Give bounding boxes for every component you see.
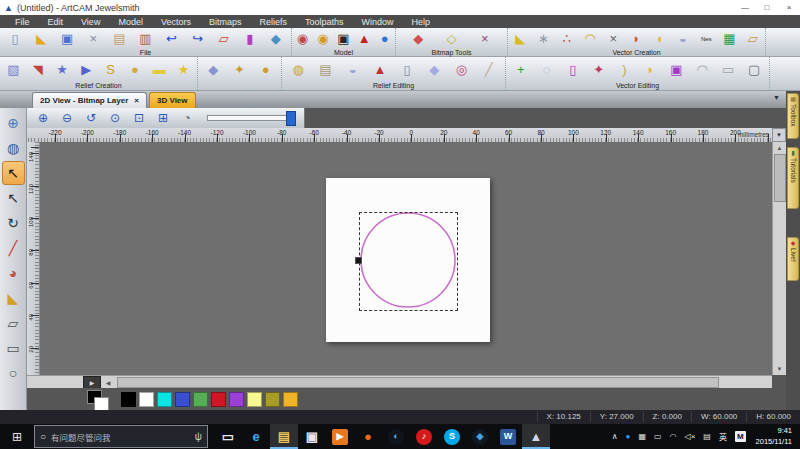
curve-edit-icon[interactable]: ) [614, 59, 636, 80]
offset-relief-icon[interactable]: ▲ [369, 59, 391, 80]
tray-chevron-icon[interactable]: ∧ [608, 432, 622, 441]
zoom-slider-thumb[interactable] [286, 111, 296, 126]
swept-profile-icon[interactable]: S [100, 59, 122, 80]
file-explorer-icon[interactable]: ▤ [270, 424, 298, 449]
palette-swatch-9[interactable] [283, 392, 298, 407]
bitmap-options-icon[interactable]: ◔ [175, 109, 199, 127]
menu-view[interactable]: View [72, 17, 109, 27]
restore-button[interactable]: □ [756, 1, 778, 15]
palette-swatch-1[interactable] [139, 392, 154, 407]
model-sheet-icon[interactable]: ▣ [333, 29, 354, 48]
palette-swatch-6[interactable] [229, 392, 244, 407]
redo-icon[interactable]: ↪ [187, 29, 209, 48]
fade-relief-icon[interactable]: ▯ [396, 59, 418, 80]
help-book-icon[interactable]: ▮ [239, 29, 261, 48]
scroll-down-icon[interactable]: ▼ [773, 363, 786, 375]
scroll-up-icon[interactable]: ▲ [773, 142, 786, 154]
browser-icon[interactable]: ● [354, 424, 382, 449]
thunder-icon[interactable]: ◆ [466, 424, 494, 449]
freehand-tool-icon[interactable]: ▱ [2, 311, 25, 335]
battery-icon[interactable]: ▭ [650, 432, 666, 441]
gears-icon[interactable]: ∗ [533, 29, 555, 48]
cut-icon[interactable]: × [82, 29, 104, 48]
star-emboss-icon[interactable]: ★ [173, 59, 195, 80]
nesting-icon[interactable]: Nes [695, 29, 717, 48]
ring-gold-icon[interactable]: ◉ [313, 29, 334, 48]
volume-muted-icon[interactable]: ◁× [681, 432, 700, 441]
face-wizard-icon[interactable]: ◆ [202, 59, 224, 80]
vertical-scroll-thumb[interactable] [774, 154, 786, 202]
open-icon[interactable]: ◣ [30, 29, 52, 48]
menu-reliefs[interactable]: Reliefs [250, 17, 296, 27]
artcam-taskbar-icon[interactable]: ▲ [522, 424, 550, 449]
ime-indicator[interactable]: 英 [715, 431, 731, 442]
envelope-distort-icon[interactable]: ◒ [342, 59, 364, 80]
bitmap-to-vector-icon[interactable]: ◆ [407, 29, 429, 48]
shape-layers-icon[interactable]: ▧ [2, 59, 24, 80]
palette-swatch-2[interactable] [157, 392, 172, 407]
node-edit-tool-icon[interactable]: ↖ [2, 186, 25, 210]
selection-handle[interactable] [355, 257, 362, 264]
zoom-in-icon[interactable]: ⊕ [31, 109, 55, 127]
secondary-color-swatch[interactable] [94, 397, 109, 411]
palette-swatch-7[interactable] [247, 392, 262, 407]
zoom-out-icon[interactable]: ⊖ [55, 109, 79, 127]
store-icon[interactable]: ▣ [298, 424, 326, 449]
grid-icon[interactable]: ▦ [719, 29, 741, 48]
panel-tab-toolbox[interactable]: ▦Toolbox [787, 93, 799, 139]
skype-icon[interactable]: S [438, 424, 466, 449]
zoom-previous-icon[interactable]: ↺ [79, 109, 103, 127]
zoom-slider[interactable] [207, 115, 295, 121]
apps-grid-icon[interactable]: ▦ [634, 432, 650, 441]
word-icon[interactable]: W [494, 424, 522, 449]
save-icon[interactable]: ▣ [56, 29, 78, 48]
rotary-model-icon[interactable]: ▲ [354, 29, 375, 48]
import-icon[interactable]: ◆ [265, 29, 287, 48]
frame-icon[interactable]: ▯ [562, 59, 584, 80]
wedge-icon[interactable]: ◥ [27, 59, 49, 80]
sculpt-icon[interactable]: ◍ [287, 59, 309, 80]
pin-relief-icon[interactable]: ● [255, 59, 277, 80]
vector-polygon-icon[interactable]: ◇ [441, 29, 463, 48]
transform-tool-icon[interactable]: ↻ [2, 211, 25, 235]
bridge-icon[interactable]: ◒ [672, 29, 694, 48]
horizontal-scroll-thumb[interactable] [117, 377, 719, 388]
group-vectors-icon[interactable]: ▣ [665, 59, 687, 80]
palette-swatch-5[interactable] [211, 392, 226, 407]
menu-vectors[interactable]: Vectors [152, 17, 200, 27]
panel-tab-live[interactable]: ◆Live! [787, 237, 799, 281]
ring-red-icon[interactable]: ◉ [292, 29, 313, 48]
annotate-icon[interactable]: ▱ [213, 29, 235, 48]
vertical-scrollbar[interactable]: ▲ ▼ [772, 142, 786, 375]
arc-icon[interactable]: ◠ [579, 29, 601, 48]
add-vector-icon[interactable]: + [510, 59, 532, 80]
extrude-icon[interactable]: ▶ [75, 59, 97, 80]
sphere-model-icon[interactable]: ● [374, 29, 395, 48]
onedrive-icon[interactable]: ● [622, 432, 635, 441]
fill-tool-icon[interactable]: ◣ [2, 286, 25, 310]
zoom-scale-icon[interactable]: ⊙ [103, 109, 127, 127]
texture-tree-icon[interactable]: ✦ [229, 59, 251, 80]
weave-icon[interactable]: ● [124, 59, 146, 80]
menu-file[interactable]: File [6, 17, 39, 27]
microphone-icon[interactable]: ψ [195, 431, 202, 442]
menu-model[interactable]: Model [109, 17, 152, 27]
tab-2d-view[interactable]: 2D View - Bitmap Layer × [32, 92, 147, 108]
measure-icon[interactable]: ▭ [717, 59, 739, 80]
node-tool-icon[interactable]: × [602, 29, 624, 48]
cortana-search-box[interactable]: ○ 有问题尽管问我 ψ [34, 425, 208, 448]
rectangle-tool-icon[interactable]: ▭ [2, 336, 25, 360]
weld-vectors-icon[interactable]: ◠ [691, 59, 713, 80]
canvas-2d-view[interactable] [40, 142, 772, 375]
palette-swatch-0[interactable] [121, 392, 136, 407]
action-center-icon[interactable]: ▤ [699, 432, 715, 441]
menu-toolpaths[interactable]: Toolpaths [296, 17, 353, 27]
plate-icon[interactable]: ▱ [742, 29, 764, 48]
zoom-tool-icon[interactable]: ⊕ [2, 111, 25, 135]
tab-overflow-button[interactable]: ▼ [773, 94, 780, 101]
close-button[interactable]: × [778, 1, 800, 15]
emboss-icon[interactable]: ▬ [148, 59, 170, 80]
scroll-left-icon[interactable]: ◀ [101, 379, 115, 386]
menu-window[interactable]: Window [352, 17, 402, 27]
carve-icon[interactable]: ╱ [478, 59, 500, 80]
